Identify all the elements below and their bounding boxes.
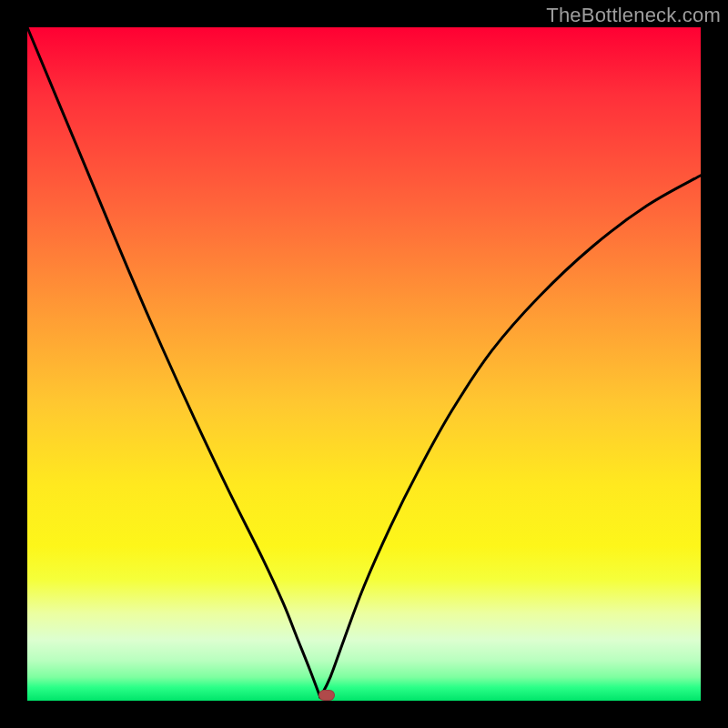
bottleneck-curve [27, 27, 701, 701]
watermark-text: TheBottleneck.com [546, 4, 721, 27]
plot-area [27, 27, 701, 701]
chart-frame: TheBottleneck.com [0, 0, 728, 728]
curve-left-branch [27, 27, 320, 697]
curve-right-branch [320, 176, 701, 698]
optimum-marker [318, 690, 335, 701]
